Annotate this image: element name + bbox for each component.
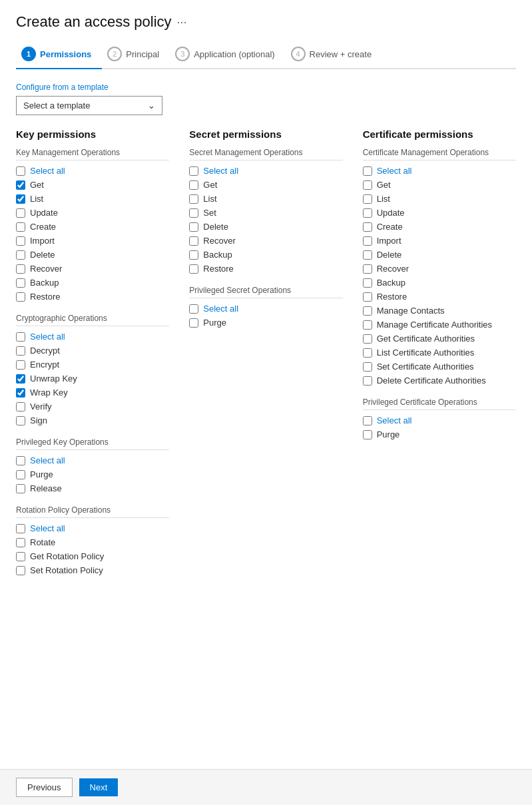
key-rotate-label: Rotate (30, 537, 55, 547)
cert-set-ca-checkbox[interactable] (363, 362, 372, 372)
tab-permissions[interactable]: 1 Permissions (16, 41, 102, 69)
priv-secret-ops-title: Privileged Secret Operations (189, 286, 342, 295)
key-select-all-label[interactable]: Select all (30, 166, 65, 176)
list-item: Select all (363, 164, 516, 177)
key-get-rotation-checkbox[interactable] (16, 552, 25, 561)
step-2-circle: 2 (107, 47, 122, 61)
cert-manage-contacts-checkbox[interactable] (363, 306, 372, 316)
list-item: Delete (363, 248, 516, 261)
secret-recover-checkbox[interactable] (189, 236, 198, 246)
cert-get-ca-checkbox[interactable] (363, 334, 372, 344)
rotation-ops-title: Rotation Policy Operations (16, 505, 169, 515)
tab-application[interactable]: 3 Application (optional) (170, 41, 285, 68)
key-restore-checkbox[interactable] (16, 292, 25, 302)
key-get-checkbox[interactable] (16, 180, 25, 190)
key-wrapkey-checkbox[interactable] (16, 388, 25, 398)
secret-list-checkbox[interactable] (189, 194, 198, 204)
tab-review[interactable]: 4 Review + create (286, 41, 383, 68)
secret-permissions-column: Secret permissions Secret Management Ope… (189, 129, 342, 578)
key-permissions-column: Key permissions Key Management Operation… (16, 129, 169, 578)
key-rotate-checkbox[interactable] (16, 538, 25, 547)
list-item: List (189, 192, 342, 205)
crypto-select-all-checkbox[interactable] (16, 332, 25, 342)
key-unwrapkey-checkbox[interactable] (16, 374, 25, 384)
wizard-tabs: 1 Permissions 2 Principal 3 Application … (16, 41, 516, 69)
secret-purge-label: Purge (203, 318, 226, 328)
secret-purge-checkbox[interactable] (189, 318, 198, 328)
secret-select-all-checkbox[interactable] (189, 166, 198, 176)
list-item: Restore (363, 290, 516, 303)
template-dropdown[interactable]: Select a template ⌄ (16, 96, 162, 115)
crypto-select-all-label[interactable]: Select all (30, 332, 65, 342)
secret-recover-label: Recover (203, 236, 235, 246)
cert-delete-checkbox[interactable] (363, 250, 372, 260)
key-select-all-checkbox[interactable] (16, 166, 25, 176)
cert-recover-checkbox[interactable] (363, 264, 372, 274)
list-item: Rotate (16, 536, 169, 549)
cert-update-checkbox[interactable] (363, 208, 372, 218)
chevron-down-icon: ⌄ (148, 101, 155, 111)
cert-manage-ca-label: Manage Certificate Authorities (377, 320, 492, 330)
list-item: Recover (16, 262, 169, 275)
key-release-checkbox[interactable] (16, 484, 25, 493)
key-sign-checkbox[interactable] (16, 416, 25, 425)
list-item: List Certificate Authorities (363, 346, 516, 359)
secret-get-checkbox[interactable] (189, 180, 198, 190)
priv-cert-ops-title: Privileged Certificate Operations (363, 398, 516, 407)
secret-get-label: Get (203, 180, 217, 190)
key-list-checkbox[interactable] (16, 194, 25, 204)
privsecret-select-all-checkbox[interactable] (189, 304, 198, 314)
key-verify-checkbox[interactable] (16, 402, 25, 411)
secret-select-all-label[interactable]: Select all (203, 166, 238, 176)
cert-list-ca-checkbox[interactable] (363, 348, 372, 358)
key-update-checkbox[interactable] (16, 208, 25, 218)
cert-manage-ca-checkbox[interactable] (363, 320, 372, 330)
cert-manage-contacts-label: Manage Contacts (377, 306, 445, 316)
key-import-checkbox[interactable] (16, 236, 25, 246)
cert-get-checkbox[interactable] (363, 180, 372, 190)
tab-principal[interactable]: 2 Principal (102, 41, 170, 68)
cert-delete-ca-checkbox[interactable] (363, 376, 372, 386)
key-release-label: Release (30, 483, 62, 493)
cert-update-label: Update (377, 208, 405, 218)
privcert-select-all-checkbox[interactable] (363, 416, 372, 425)
privcert-select-all-label[interactable]: Select all (377, 415, 412, 425)
cert-select-all-checkbox[interactable] (363, 166, 372, 176)
cert-select-all-label[interactable]: Select all (377, 166, 412, 176)
secret-backup-checkbox[interactable] (189, 250, 198, 260)
privkey-select-all-checkbox[interactable] (16, 456, 25, 465)
key-backup-checkbox[interactable] (16, 278, 25, 288)
list-item: Get (189, 178, 342, 191)
privkey-select-all-label[interactable]: Select all (30, 455, 65, 465)
key-create-checkbox[interactable] (16, 222, 25, 232)
list-item: Delete (189, 220, 342, 233)
rotation-select-all-checkbox[interactable] (16, 524, 25, 533)
key-decrypt-checkbox[interactable] (16, 346, 25, 356)
cert-get-label: Get (377, 180, 391, 190)
secret-delete-checkbox[interactable] (189, 222, 198, 232)
key-encrypt-checkbox[interactable] (16, 360, 25, 370)
cert-backup-checkbox[interactable] (363, 278, 372, 288)
page-options-icon[interactable]: ··· (177, 15, 187, 29)
cert-purge-checkbox[interactable] (363, 430, 372, 439)
key-purge-checkbox[interactable] (16, 470, 25, 479)
key-set-rotation-checkbox[interactable] (16, 566, 25, 575)
template-section: Configure from a template Select a templ… (16, 83, 516, 115)
key-delete-checkbox[interactable] (16, 250, 25, 260)
cert-create-checkbox[interactable] (363, 222, 372, 232)
privsecret-select-all-label[interactable]: Select all (203, 304, 238, 314)
rotation-select-all-label[interactable]: Select all (30, 523, 65, 533)
list-item: Purge (363, 428, 516, 441)
list-item: Recover (189, 234, 342, 247)
secret-set-checkbox[interactable] (189, 208, 198, 218)
cert-restore-checkbox[interactable] (363, 292, 372, 302)
cert-import-checkbox[interactable] (363, 236, 372, 246)
list-item: Get Certificate Authorities (363, 332, 516, 345)
list-item: Encrypt (16, 358, 169, 371)
secret-restore-checkbox[interactable] (189, 264, 198, 274)
certificate-permissions-header: Certificate permissions (363, 129, 516, 140)
key-recover-checkbox[interactable] (16, 264, 25, 274)
cert-list-checkbox[interactable] (363, 194, 372, 204)
key-decrypt-label: Decrypt (30, 346, 60, 356)
list-item: Sign (16, 414, 169, 427)
